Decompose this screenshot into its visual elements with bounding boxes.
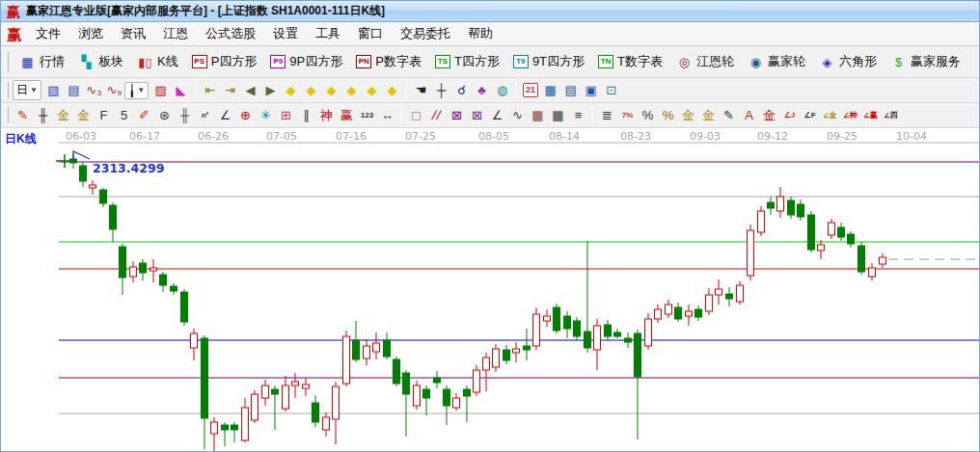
gann-gold-ruler-icon[interactable]: 金: [53, 106, 73, 125]
measure-button[interactable]: ☌: [451, 81, 472, 100]
volume-profile-icon[interactable]: ◣: [171, 81, 191, 100]
angle-ying-icon[interactable]: ∠赢: [860, 106, 881, 125]
grid-dark2-icon[interactable]: ▦: [548, 106, 568, 125]
star-tool-icon[interactable]: ✳: [256, 106, 276, 125]
zigzag-icon[interactable]: ∿: [507, 106, 528, 125]
gann-f-ruler-icon[interactable]: F: [94, 106, 114, 125]
gold-lines-icon[interactable]: 金: [698, 106, 719, 125]
menu-item-2[interactable]: 浏览: [69, 22, 112, 45]
gann-wheel-button[interactable]: ◎江恩轮: [669, 50, 741, 73]
ruler-123-icon[interactable]: 123: [357, 106, 377, 125]
pattern-red-icon[interactable]: ▨: [150, 81, 171, 100]
quotes-button[interactable]: ▦行情: [13, 50, 71, 73]
candle-pencil-icon[interactable]: ✎: [719, 106, 739, 125]
angle-shen-icon[interactable]: ∠神: [840, 106, 860, 125]
knot-tool-icon[interactable]: ♣: [472, 81, 492, 100]
zoom-out-h-diamond-button[interactable]: ◆: [321, 81, 341, 100]
ying-tool-icon[interactable]: 赢: [337, 106, 357, 125]
menu-item-3[interactable]: 资讯: [112, 22, 154, 45]
angle-lines-icon[interactable]: ∠: [487, 106, 507, 125]
zoom-left-diamond-button[interactable]: ◆: [281, 81, 301, 100]
grid-red-icon[interactable]: ⊞: [276, 106, 296, 125]
wave-9-icon[interactable]: ∿₉: [104, 81, 124, 100]
plain-ruler-icon[interactable]: ╫: [175, 106, 195, 125]
9p-square-button[interactable]: P99P四方形: [263, 50, 349, 73]
p-number-table-button[interactable]: PNP数字表: [349, 50, 428, 73]
calculator-icon[interactable]: ▦: [540, 81, 560, 100]
save-icon[interactable]: ▣: [581, 81, 601, 100]
draw-points-icon[interactable]: ✐: [134, 106, 154, 125]
gann-fan-box-icon[interactable]: ⊠: [447, 106, 467, 125]
pan-hand-button[interactable]: ☚: [411, 81, 431, 100]
circle-cross-icon[interactable]: ⊕: [235, 106, 256, 125]
toolbar-grip[interactable]: [5, 82, 9, 99]
chip-distribution-icon[interactable]: ▧: [43, 81, 64, 100]
wave-a-icon[interactable]: A: [739, 106, 759, 125]
width-arrows-icon[interactable]: ↔: [377, 106, 397, 125]
shen-tool-icon[interactable]: 神: [316, 106, 337, 125]
kline-button[interactable]: ▮▯K线: [130, 50, 185, 73]
percent-line-icon[interactable]: %: [658, 106, 678, 125]
hexagon-button[interactable]: ◈六角形: [812, 50, 884, 73]
network-share-icon[interactable]: ⊡: [601, 81, 621, 100]
toolbar-grip[interactable]: [5, 51, 9, 72]
gann-fan-icon[interactable]: ╱╱: [426, 106, 447, 125]
angle-j-icon[interactable]: ∠J: [779, 106, 800, 125]
zoom-right-diamond-button[interactable]: ◆: [301, 81, 321, 100]
zoom-in-h-diamond-button[interactable]: ◆: [341, 81, 362, 100]
vertical-ruler-icon[interactable]: ≣: [597, 106, 617, 125]
candlestick-canvas[interactable]: 06-0306-1706-2607-0507-1607-2508-0508-14…: [1, 129, 979, 452]
period-day-dropdown[interactable]: 日▼: [13, 80, 41, 100]
protractor-icon[interactable]: ∠: [215, 106, 235, 125]
circle-arrows-icon[interactable]: ⊛: [154, 106, 175, 125]
angle-f-icon[interactable]: ∠F: [800, 106, 820, 125]
maze-tool-icon[interactable]: ◍: [492, 81, 512, 100]
zoom-fit-diamond-button[interactable]: ◆: [382, 81, 402, 100]
ruler-ticks-icon[interactable]: ╫: [33, 106, 53, 125]
angle-gold-icon[interactable]: ∠金: [820, 106, 840, 125]
p-square-button[interactable]: PSP四方形: [185, 50, 264, 73]
wave-3-icon[interactable]: ∿₃: [84, 81, 104, 100]
9t-square-button[interactable]: T99T四方形: [506, 50, 591, 73]
zoom-expand-diamond-button[interactable]: ◆: [362, 81, 382, 100]
winner-wheel-button[interactable]: ◉赢家轮: [741, 50, 812, 73]
skip-to-start-button[interactable]: ⇤: [200, 81, 220, 100]
gann-fan-box2-icon[interactable]: ⊠: [467, 106, 487, 125]
gann-5-ruler-icon[interactable]: 5: [114, 106, 134, 125]
notebook-icon[interactable]: ▤: [560, 81, 581, 100]
menu-item-5[interactable]: 公式选股: [197, 22, 264, 45]
menu-item-9[interactable]: 交易委托: [392, 22, 459, 45]
pencil-tool-icon[interactable]: ✎: [13, 106, 33, 125]
gold-red-icon[interactable]: 金: [759, 106, 779, 125]
percent-icon[interactable]: %: [638, 106, 658, 125]
candle-body: [272, 389, 279, 394]
notes-panel-icon[interactable]: ▤: [64, 81, 84, 100]
t-square-button[interactable]: TST四方形: [428, 50, 506, 73]
grid-dark-icon[interactable]: ▦: [528, 106, 548, 125]
candle-style-dropdown[interactable]: ╽▼: [124, 82, 149, 99]
menu-item-7[interactable]: 工具: [307, 22, 349, 45]
crosshair-button[interactable]: ┼: [431, 81, 451, 100]
gold-circle-icon[interactable]: 金: [678, 106, 698, 125]
n-squared-icon[interactable]: n²: [195, 106, 215, 125]
sectors-button[interactable]: ▚板块: [71, 50, 130, 73]
skip-to-end-button[interactable]: ⇥: [220, 81, 240, 100]
menu-item-8[interactable]: 窗口: [349, 22, 392, 45]
angle-si-icon[interactable]: ∠四: [881, 106, 901, 125]
menu-item-4[interactable]: 江恩: [154, 22, 197, 45]
prev-bar-button[interactable]: ◀: [240, 81, 260, 100]
t-number-table-button[interactable]: TNT数字表: [591, 50, 669, 73]
percent-7-icon[interactable]: 7%: [617, 106, 638, 125]
parallel-lines-icon[interactable]: ≡: [568, 106, 588, 125]
next-bar-button[interactable]: ▶: [260, 81, 281, 100]
menu-item-1[interactable]: 文件: [27, 22, 69, 45]
box-select-icon[interactable]: ◻: [406, 106, 426, 125]
kline-chart[interactable]: 日K线 06-0306-1706-2607-0507-1607-2508-050…: [1, 129, 979, 452]
toolbar-grip[interactable]: [5, 107, 9, 124]
gann-gold-ruler2-icon[interactable]: 金: [73, 106, 94, 125]
winner-service-button[interactable]: $赢家服务: [884, 50, 967, 73]
menu-item-6[interactable]: 设置: [264, 22, 307, 45]
calendar-21-icon[interactable]: 21: [523, 83, 538, 97]
trend-pair-icon[interactable]: ∥: [296, 106, 316, 125]
menu-item-10[interactable]: 帮助: [459, 22, 502, 45]
